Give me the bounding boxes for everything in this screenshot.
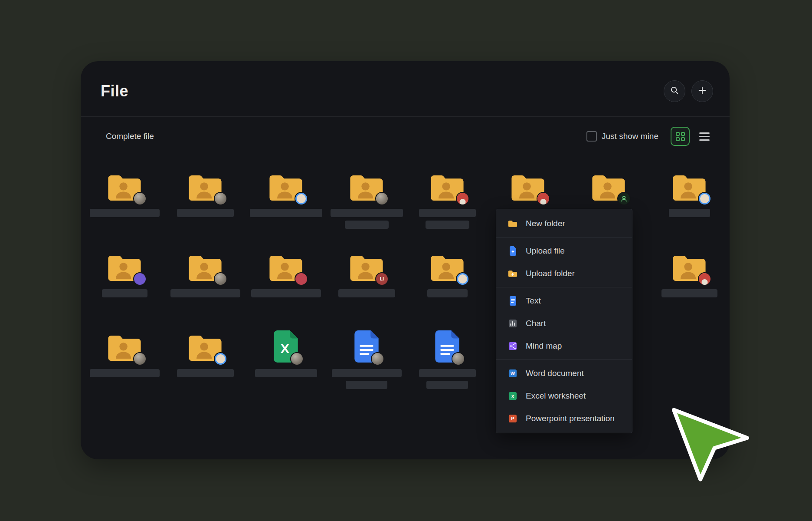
tile-name-skeleton bbox=[177, 209, 234, 217]
skeleton-bar bbox=[177, 209, 234, 217]
folder-tile[interactable] bbox=[165, 248, 246, 297]
menu-item-upload-folder[interactable]: Upload folder bbox=[496, 262, 632, 285]
folder-icon bbox=[188, 334, 223, 363]
folder-tile[interactable] bbox=[84, 168, 165, 217]
tile-icon-area bbox=[188, 248, 223, 283]
menu-group: WWord documentxExcel worksheetPPowerpoin… bbox=[496, 360, 632, 432]
svg-text:W: W bbox=[511, 371, 515, 376]
tile-icon-area bbox=[188, 168, 223, 202]
powerpoint-icon: P bbox=[508, 414, 518, 423]
menu-item-label: Excel worksheet bbox=[526, 391, 586, 401]
menu-item-upload-file[interactable]: Upload file bbox=[496, 240, 632, 262]
folder-tile[interactable] bbox=[246, 248, 326, 297]
skeleton-bar bbox=[669, 209, 710, 217]
text-doc-icon bbox=[508, 296, 518, 306]
tile-name-skeleton bbox=[90, 369, 160, 377]
folder-icon bbox=[107, 334, 142, 363]
avatar-badge bbox=[376, 193, 388, 204]
document-file-icon bbox=[354, 330, 380, 363]
tile-icon-area bbox=[354, 328, 380, 363]
skeleton-bar bbox=[419, 369, 476, 377]
menu-item-new-folder[interactable]: New folder bbox=[496, 212, 632, 235]
tile-name-skeleton bbox=[669, 209, 710, 217]
tile-icon-area bbox=[268, 168, 303, 202]
avatar-badge bbox=[452, 353, 464, 365]
skeleton-bar bbox=[346, 381, 387, 389]
mind-map-icon bbox=[508, 342, 518, 350]
tile-icon-area bbox=[591, 168, 626, 202]
avatar-badge bbox=[295, 193, 307, 204]
tile-icon-area bbox=[107, 248, 142, 283]
avatar-badge bbox=[215, 353, 226, 365]
doc-file-tile[interactable] bbox=[407, 328, 488, 389]
tile-icon-area bbox=[430, 168, 465, 202]
tile-icon-area bbox=[268, 248, 303, 283]
menu-item-label: Powerpoint presentation bbox=[526, 414, 615, 423]
folder-icon bbox=[188, 174, 223, 202]
folder-tile[interactable] bbox=[649, 168, 730, 217]
folder-tile[interactable] bbox=[84, 248, 165, 297]
folder-tile[interactable] bbox=[84, 328, 165, 377]
doc-file-tile[interactable] bbox=[326, 328, 407, 389]
avatar-badge bbox=[537, 193, 549, 204]
skeleton-bar bbox=[332, 369, 402, 377]
avatar-badge bbox=[215, 273, 226, 285]
menu-item-label: Word document bbox=[526, 369, 584, 378]
folder-icon bbox=[188, 254, 223, 283]
folder-tile[interactable] bbox=[326, 168, 407, 229]
skeleton-bar bbox=[338, 289, 395, 297]
folder-tile[interactable] bbox=[407, 248, 488, 297]
tile-icon-area bbox=[672, 168, 707, 202]
tile-name-skeleton bbox=[251, 289, 321, 297]
menu-item-powerpoint-presentation[interactable]: PPowerpoint presentation bbox=[496, 407, 632, 430]
menu-item-label: Upload folder bbox=[526, 269, 575, 278]
tile-name-skeleton bbox=[661, 289, 717, 297]
menu-item-chart[interactable]: Chart bbox=[496, 312, 632, 335]
skeleton-bar bbox=[102, 289, 147, 297]
folder-tile[interactable] bbox=[568, 168, 649, 209]
avatar-badge bbox=[457, 273, 468, 285]
menu-item-mind-map[interactable]: Mind map bbox=[496, 335, 632, 357]
folder-tile[interactable] bbox=[165, 328, 246, 377]
menu-item-label: Chart bbox=[526, 319, 546, 328]
skeleton-bar bbox=[177, 369, 234, 377]
folder-tile[interactable] bbox=[407, 168, 488, 229]
menu-item-label: Upload file bbox=[526, 246, 565, 256]
excel-file-tile[interactable]: X bbox=[246, 328, 326, 377]
folder-tile[interactable] bbox=[649, 248, 730, 297]
avatar-badge bbox=[134, 193, 146, 204]
folder-icon bbox=[349, 174, 384, 202]
tile-name-skeleton bbox=[177, 369, 234, 377]
skeleton-bar bbox=[426, 381, 468, 389]
tile-icon-area bbox=[434, 328, 460, 363]
skeleton-bar bbox=[251, 289, 321, 297]
menu-group: Upload fileUpload folder bbox=[496, 237, 632, 287]
skeleton-bar bbox=[426, 221, 469, 229]
menu-item-text[interactable]: Text bbox=[496, 290, 632, 312]
folder-icon bbox=[591, 174, 626, 202]
avatar-badge bbox=[699, 273, 710, 285]
badge-label: LI bbox=[380, 277, 384, 281]
folder-tile[interactable] bbox=[165, 168, 246, 217]
folder-icon bbox=[107, 174, 142, 202]
tile-name-skeleton bbox=[90, 209, 160, 217]
folder-icon bbox=[268, 174, 303, 202]
skeleton-bar bbox=[90, 369, 160, 377]
tile-icon-area bbox=[672, 248, 707, 283]
folder-tile[interactable]: LI bbox=[326, 248, 407, 297]
menu-item-label: New folder bbox=[526, 219, 565, 228]
tile-name-skeleton bbox=[332, 369, 402, 389]
tile-icon-area bbox=[107, 328, 142, 363]
excel-icon: x bbox=[508, 392, 518, 400]
menu-item-word-document[interactable]: WWord document bbox=[496, 362, 632, 385]
avatar-badge bbox=[134, 353, 146, 365]
tile-name-skeleton bbox=[331, 209, 403, 229]
tile-icon-area: X bbox=[273, 328, 299, 363]
folder-tile[interactable] bbox=[246, 168, 326, 217]
folder-icon bbox=[107, 254, 142, 283]
folder-tile[interactable] bbox=[488, 168, 568, 209]
tile-name-skeleton bbox=[338, 289, 395, 297]
folder-icon bbox=[430, 254, 465, 283]
menu-item-excel-worksheet[interactable]: xExcel worksheet bbox=[496, 385, 632, 407]
tile-name-skeleton bbox=[419, 209, 476, 229]
